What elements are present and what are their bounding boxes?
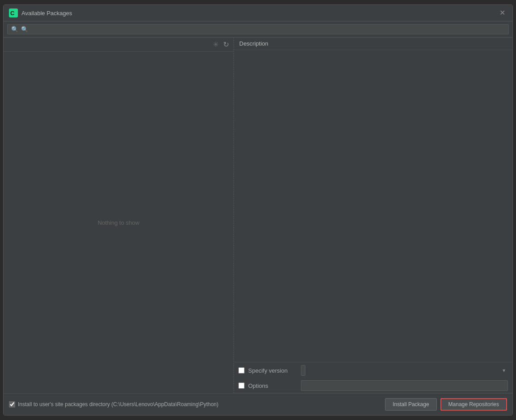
footer-buttons: Install Package Manage Repositories [385, 398, 507, 411]
specify-version-checkbox[interactable] [238, 367, 245, 374]
available-packages-dialog: C Available Packages ✕ 🔍 ✳ ↻ Nothing to … [3, 4, 513, 416]
close-button[interactable]: ✕ [498, 8, 507, 17]
options-label: Options [248, 382, 297, 389]
version-select-wrapper [301, 365, 508, 376]
search-bar: 🔍 [4, 21, 512, 38]
options-row: Options [234, 378, 512, 393]
install-to-user-site-checkbox[interactable] [9, 401, 15, 407]
description-body [234, 50, 512, 362]
main-content: ✳ ↻ Nothing to show Description Specify … [4, 38, 512, 393]
svg-text:C: C [10, 10, 15, 17]
install-package-button[interactable]: Install Package [385, 398, 436, 411]
title-bar: C Available Packages ✕ [4, 5, 512, 21]
right-panel: Description Specify version Options [234, 38, 512, 393]
refresh-icon[interactable]: ↻ [222, 39, 230, 50]
left-panel: ✳ ↻ Nothing to show [4, 38, 234, 393]
search-input[interactable] [21, 26, 505, 33]
install-checkbox-label[interactable]: Install to user's site packages director… [9, 401, 381, 407]
search-icon: 🔍 [11, 26, 18, 33]
left-panel-toolbar: ✳ ↻ [4, 38, 233, 52]
empty-state-message: Nothing to show [4, 52, 233, 393]
options-checkbox[interactable] [238, 382, 245, 389]
manage-repositories-button[interactable]: Manage Repositories [440, 398, 507, 411]
dialog-title: Available Packages [21, 10, 498, 17]
loading-icon: ✳ [212, 39, 220, 50]
options-input[interactable] [301, 380, 508, 391]
specify-version-label: Specify version [248, 367, 297, 374]
version-select[interactable] [301, 365, 305, 376]
specify-version-row: Specify version [234, 362, 512, 378]
description-header: Description [234, 38, 512, 50]
install-checkbox-text: Install to user's site packages director… [18, 401, 219, 407]
footer: Install to user's site packages director… [4, 393, 512, 415]
search-input-wrapper: 🔍 [7, 24, 509, 34]
app-logo: C [9, 8, 18, 17]
